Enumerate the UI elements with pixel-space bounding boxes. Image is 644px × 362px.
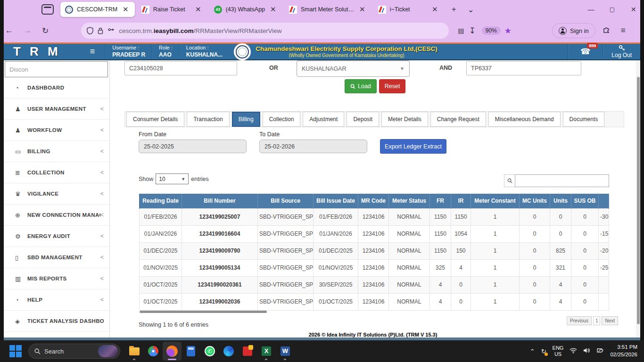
taskbar-search[interactable]: Search (28, 344, 120, 359)
whatsapp-icon[interactable] (200, 342, 219, 361)
tab-miscellaneous-demand[interactable]: Miscellaneous Demand (488, 112, 561, 127)
scrollbar-thumb[interactable] (637, 77, 640, 324)
consumer-number-input[interactable] (124, 61, 237, 75)
table-row[interactable]: 01/DEC/20251234199009790SBD-VTRIGGER_SP0… (140, 242, 609, 259)
table-row[interactable]: 01/FEB/20261234199025007SBD-VTRIGGER_SP0… (140, 208, 609, 225)
table-row[interactable]: 01/JAN/20261234199016604SBD-VTRIGGER_SP0… (140, 225, 609, 242)
page-number-button[interactable]: 1 (593, 316, 601, 325)
browser-tab[interactable]: Smart Meter Solutions✕ (284, 2, 372, 17)
extension-icon[interactable] (603, 26, 611, 36)
search-highlight-image[interactable] (98, 345, 118, 357)
tab-close-icon[interactable]: ✕ (121, 5, 130, 14)
sidebar-item-workflow[interactable]: ♟WORKFLOW< (4, 120, 109, 141)
tab-meter-details[interactable]: Meter Details (381, 112, 428, 127)
from-date-input[interactable] (139, 140, 247, 153)
load-button[interactable]: Load (345, 79, 377, 93)
location-select[interactable]: KUSHALNAGAR ▼ (297, 60, 410, 77)
calculator-icon[interactable] (182, 342, 200, 361)
battery-icon[interactable] (596, 347, 604, 355)
minimize-button[interactable]: — (580, 6, 602, 13)
forward-icon[interactable]: → (24, 26, 32, 35)
sign-in-button[interactable]: Sign in (552, 23, 595, 38)
column-header[interactable]: MC Units (520, 194, 550, 208)
reader-mode-icon[interactable]: ▤ (458, 27, 464, 34)
column-header[interactable]: SUS OB (571, 194, 599, 208)
tab-transaction[interactable]: Transaction (187, 112, 229, 127)
firefox-icon[interactable] (163, 342, 182, 361)
clock[interactable]: 3:51 PM 02/25/2026 (610, 344, 637, 358)
firefox-view-icon[interactable] (41, 4, 54, 15)
sidebar-item-sbd-management[interactable]: ▯SBD MANAGEMENT< (4, 247, 109, 268)
language-indicator[interactable]: ENGUS (553, 345, 564, 357)
file-explorer-icon[interactable] (125, 342, 144, 361)
tp-code-input[interactable] (466, 61, 581, 75)
browser-tab[interactable]: i~Ticket✕ (373, 2, 444, 17)
lock-icon[interactable] (98, 27, 103, 34)
next-page-button[interactable]: Next (602, 316, 618, 325)
app-brand[interactable]: T R M (0, 44, 80, 59)
shield-icon[interactable] (87, 27, 93, 34)
column-header[interactable]: FR (430, 194, 451, 208)
tray-expand-icon[interactable]: ⌃ (530, 348, 535, 355)
tab-deposit[interactable]: Deposit (347, 112, 379, 127)
tab-adjustment[interactable]: Adjustment (303, 112, 344, 127)
column-header[interactable]: Bill Source (258, 194, 314, 208)
wifi-icon[interactable] (570, 348, 577, 355)
column-header[interactable]: Units (550, 194, 571, 208)
page-size-select[interactable]: 10 ▼ (156, 173, 189, 184)
url-bar[interactable]: cescom.trm.ieasybill.com/RRMasterView/RR… (81, 23, 449, 39)
browser-tab[interactable]: Raise Ticket✕ (137, 2, 207, 17)
sidebar-item-mis-reports[interactable]: ▥MIS REPORTS< (4, 268, 109, 289)
chrome-icon[interactable] (144, 342, 163, 361)
sidebar-item-collection[interactable]: ≣COLLECTION< (4, 162, 109, 183)
column-header[interactable]: IR (451, 194, 471, 208)
list-tabs-icon[interactable]: ⌄ (468, 5, 474, 15)
sidebar-item-vigilance[interactable]: ♛VIGILANCE< (4, 183, 109, 205)
sidebar-toggle-icon[interactable]: ≡ (80, 47, 106, 57)
excel-icon[interactable]: X (257, 342, 276, 361)
zoom-level-badge[interactable]: 90% (482, 26, 501, 35)
sidebar-item-help[interactable]: ◔HELP< (4, 289, 109, 311)
table-search-input[interactable] (515, 174, 609, 187)
volume-icon[interactable] (583, 347, 590, 355)
sidebar-item-energy-audit[interactable]: ⚙ENERGY AUDIT< (4, 226, 109, 247)
tab-collection[interactable]: Collection (263, 112, 301, 127)
tab-billing[interactable]: Billing (232, 112, 260, 127)
menu-hamburger-icon[interactable]: ≡ (621, 26, 626, 35)
bookmark-star-icon[interactable]: ★ (504, 26, 512, 36)
permissions-icon[interactable] (107, 28, 115, 33)
sync-icon[interactable]: ↻ (541, 348, 546, 355)
logout-button[interactable]: Log Out (603, 45, 644, 58)
reload-icon[interactable]: ↻ (42, 26, 49, 36)
previous-page-button[interactable]: Previous (567, 316, 592, 325)
tab-close-icon[interactable]: ✕ (194, 5, 203, 14)
horizontal-scrollbar[interactable] (140, 311, 267, 313)
sidebar-item-dashboard[interactable]: ◔DASHBOARD (4, 77, 109, 99)
column-header[interactable]: Meter Constant (471, 194, 520, 208)
edge-icon[interactable] (219, 342, 238, 361)
column-header[interactable]: Bill Issue Date (314, 194, 358, 208)
maximize-button[interactable]: ▢ (602, 6, 623, 13)
tab-change-request[interactable]: Change Request (430, 112, 486, 127)
table-row[interactable]: 01/NOV/20251234199005134SBD-VTRIGGER_SP0… (140, 259, 609, 276)
column-header[interactable]: Reading Date (140, 194, 182, 208)
custom-app-icon[interactable] (238, 342, 257, 361)
column-header[interactable]: MR Code (358, 194, 389, 208)
phone-icon[interactable]: ☎ 899 (568, 47, 603, 57)
sidebar-item-user-management[interactable]: ♟USER MANAGEMENT< (4, 99, 109, 120)
table-row[interactable]: 01/OCT/202512341990020361SBD-VTRIGGER_SP… (140, 276, 609, 293)
reset-button[interactable]: Reset (379, 79, 406, 93)
column-header[interactable]: Meter Status (389, 194, 430, 208)
download-icon[interactable]: ↧ (469, 26, 475, 36)
tab-documents[interactable]: Documents (563, 112, 605, 127)
tab-consumer-details[interactable]: Consumer Details (126, 112, 184, 127)
browser-tab[interactable]: CESCOM-TRM✕ (60, 2, 135, 17)
tab-close-icon[interactable]: ✕ (269, 5, 278, 14)
column-header[interactable] (599, 194, 609, 208)
word-icon[interactable]: W (276, 342, 295, 361)
export-ledger-button[interactable]: Export Ledger Extract (380, 139, 446, 154)
vertical-scrollbar[interactable] (636, 60, 640, 340)
start-button[interactable] (9, 345, 22, 357)
new-tab-button[interactable]: + (452, 5, 456, 14)
sidebar-item-new-connection-manag[interactable]: ⊕NEW CONNECTION MANAG..< (4, 205, 109, 226)
